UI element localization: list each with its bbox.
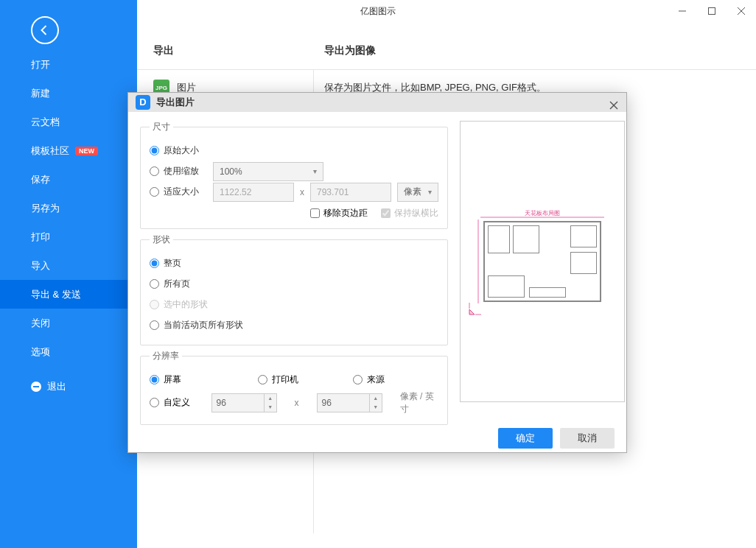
main-header: 导出 bbox=[137, 22, 756, 69]
window-controls bbox=[668, 0, 756, 22]
sidebar-item-open[interactable]: 打开 bbox=[0, 50, 137, 79]
back-button[interactable] bbox=[31, 16, 59, 44]
maximize-button[interactable] bbox=[697, 0, 727, 22]
radio-full-page[interactable]: 整页 bbox=[150, 257, 181, 270]
width-input[interactable] bbox=[213, 183, 294, 202]
size-fieldset: 尺寸 原始大小 使用缩放 100%▾ 适应大小 x 像素▾ bbox=[140, 121, 448, 229]
chevron-down-icon: ▾ bbox=[313, 167, 317, 175]
scale-combo[interactable]: 100%▾ bbox=[213, 162, 323, 181]
dimension-line-left bbox=[477, 219, 479, 303]
radio-res-custom[interactable]: 自定义 bbox=[150, 396, 194, 409]
ok-button[interactable]: 确定 bbox=[498, 428, 553, 449]
divider-h bbox=[137, 69, 756, 70]
minimize-button[interactable] bbox=[668, 0, 697, 22]
radio-res-source[interactable]: 来源 bbox=[353, 373, 385, 386]
ruler-icon bbox=[469, 302, 482, 315]
radio-use-scale[interactable]: 使用缩放 bbox=[150, 165, 207, 178]
checkbox-keep-ratio[interactable]: 保持纵横比 bbox=[381, 207, 438, 219]
dimension-line-top bbox=[480, 217, 604, 218]
sidebar-item-close[interactable]: 关闭 bbox=[0, 309, 137, 337]
shape-legend: 形状 bbox=[150, 233, 173, 246]
export-subtitle: 导出为图像 bbox=[324, 44, 376, 57]
radio-selected-shapes: 选中的形状 bbox=[150, 298, 208, 311]
radio-original-size[interactable]: 原始大小 bbox=[150, 144, 199, 157]
sidebar-item-exit[interactable]: 退出 bbox=[0, 372, 137, 401]
dialog-close-button[interactable] bbox=[606, 97, 622, 113]
export-image-dialog: D 导出图片 尺寸 原始大小 使用缩放 100%▾ 适应大小 x bbox=[127, 92, 627, 453]
dpi-width-spinner[interactable]: ▲▼ bbox=[211, 393, 277, 412]
sidebar-item-saveas[interactable]: 另存为 bbox=[0, 194, 137, 222]
sidebar-item-print[interactable]: 打印 bbox=[0, 222, 137, 251]
sidebar: 打开 新建 云文档 模板社区NEW 保存 另存为 打印 导入 导出 & 发送 关… bbox=[0, 0, 137, 548]
spin-up-icon[interactable]: ▲ bbox=[370, 394, 382, 403]
sidebar-item-import[interactable]: 导入 bbox=[0, 251, 137, 280]
radio-res-screen[interactable]: 屏幕 bbox=[150, 373, 181, 386]
shape-fieldset: 形状 整页 所有页 选中的形状 当前活动页所有形状 bbox=[140, 233, 448, 345]
sidebar-item-new[interactable]: 新建 bbox=[0, 79, 137, 108]
sidebar-item-templates[interactable]: 模板社区NEW bbox=[0, 136, 137, 165]
sidebar-item-save[interactable]: 保存 bbox=[0, 165, 137, 194]
app-icon: D bbox=[136, 95, 150, 110]
unit-combo[interactable]: 像素▾ bbox=[397, 183, 438, 202]
close-button[interactable] bbox=[727, 0, 756, 22]
svg-rect-1 bbox=[709, 8, 715, 15]
cancel-button[interactable]: 取消 bbox=[560, 428, 615, 449]
spin-down-icon[interactable]: ▼ bbox=[265, 403, 276, 412]
radio-res-printer[interactable]: 打印机 bbox=[258, 373, 298, 386]
size-legend: 尺寸 bbox=[150, 121, 173, 133]
spin-up-icon[interactable]: ▲ bbox=[265, 394, 276, 403]
dpi-height-spinner[interactable]: ▲▼ bbox=[317, 393, 382, 412]
dialog-titlebar: D 导出图片 bbox=[128, 93, 626, 112]
checkbox-remove-margin[interactable]: 移除页边距 bbox=[310, 207, 368, 219]
chevron-down-icon: ▾ bbox=[428, 188, 432, 196]
height-input[interactable] bbox=[310, 183, 391, 202]
floorplan-preview bbox=[483, 221, 601, 302]
new-badge: NEW bbox=[75, 147, 98, 155]
radio-active-page-shapes[interactable]: 当前活动页所有形状 bbox=[150, 319, 243, 331]
dpi-unit-label: 像素 / 英寸 bbox=[400, 390, 438, 415]
sidebar-item-options[interactable]: 选项 bbox=[0, 337, 137, 366]
resolution-legend: 分辨率 bbox=[150, 350, 182, 362]
exit-icon bbox=[31, 382, 41, 392]
export-title: 导出 bbox=[153, 44, 756, 57]
preview-panel: 天花板布局图 bbox=[460, 121, 625, 402]
radio-all-pages[interactable]: 所有页 bbox=[150, 278, 190, 290]
app-title: 亿图图示 bbox=[360, 5, 396, 18]
sidebar-item-cloud[interactable]: 云文档 bbox=[0, 108, 137, 136]
spin-down-icon[interactable]: ▼ bbox=[370, 403, 382, 412]
dialog-footer: 确定 取消 bbox=[128, 425, 626, 453]
radio-fit-size[interactable]: 适应大小 bbox=[150, 186, 207, 198]
resolution-fieldset: 分辨率 屏幕 打印机 来源 自定义 ▲▼ x ▲▼ 像素 / 英寸 bbox=[140, 350, 448, 425]
sidebar-item-export[interactable]: 导出 & 发送 bbox=[0, 280, 137, 309]
dialog-title: 导出图片 bbox=[156, 96, 195, 109]
